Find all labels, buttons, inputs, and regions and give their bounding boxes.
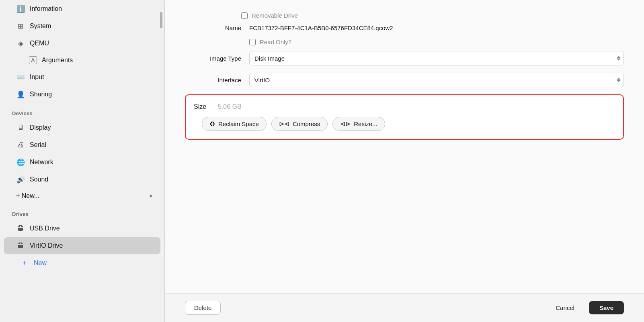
resize-button[interactable]: ⊲⊳ Resize... (332, 117, 385, 131)
sidebar-item-input[interactable]: ⌨️ Input (4, 69, 160, 86)
new-drive-icon: + (20, 259, 29, 267)
read-only-label: Read Only? (260, 39, 291, 45)
new-drive-label: New (34, 259, 47, 267)
read-only-row: Read Only? (249, 39, 624, 45)
input-icon: ⌨️ (16, 73, 25, 82)
sidebar-item-information[interactable]: ℹ️ Information (4, 0, 160, 17)
main-panel: Removable Drive Name FCB17372-BFF7-4C1A-… (165, 0, 644, 322)
image-type-label: Image Type (185, 55, 241, 62)
save-button[interactable]: Save (589, 301, 624, 314)
sidebar-item-display[interactable]: 🖥 Display (4, 119, 160, 136)
sidebar: ℹ️ Information ⊞ System ◈ QEMU A Argumen… (0, 0, 165, 322)
sidebar-item-serial-label: Serial (30, 141, 46, 149)
reclaim-label: Reclaim Space (218, 120, 259, 127)
size-label: Size (194, 103, 218, 110)
sidebar-item-sound[interactable]: 🔊 Sound (4, 171, 160, 188)
new-device-left: + New... (16, 192, 39, 200)
compress-label: Compress (293, 120, 320, 127)
sidebar-item-usb-drive-label: USB Drive (30, 225, 60, 232)
usb-drive-icon (16, 224, 25, 233)
name-row: Name FCB17372-BFF7-4C1A-B5B0-6576FD34CE8… (185, 24, 624, 31)
sidebar-item-information-label: Information (30, 5, 62, 12)
devices-header: Devices (0, 103, 164, 119)
interface-label: Interface (185, 77, 241, 84)
qemu-icon: ◈ (16, 39, 25, 48)
action-buttons-group: ♻ Reclaim Space ⊳⊲ Compress ⊲⊳ Resize... (202, 117, 611, 131)
information-icon: ℹ️ (16, 4, 25, 13)
sidebar-item-virtio-drive[interactable]: VirtIO Drive (4, 237, 160, 254)
sidebar-item-input-label: Input (30, 73, 44, 81)
sharing-icon: 👤 (16, 90, 25, 99)
drives-header: Drives (0, 204, 164, 220)
interface-select-wrapper: VirtIO (249, 73, 624, 87)
compress-button[interactable]: ⊳⊲ Compress (271, 117, 328, 131)
name-value: FCB17372-BFF7-4C1A-B5B0-6576FD34CE84.qco… (249, 24, 393, 31)
removable-drive-label: Removable Drive (252, 12, 298, 19)
network-icon: 🌐 (16, 158, 25, 167)
sidebar-item-arguments-label: Arguments (42, 57, 73, 64)
right-buttons-group: Cancel Save (547, 301, 624, 314)
image-type-row: Image Type Disk Image (185, 51, 624, 65)
cancel-button[interactable]: Cancel (547, 301, 583, 314)
image-type-select-wrapper: Disk Image (249, 51, 624, 65)
sidebar-item-sharing[interactable]: 👤 Sharing (4, 86, 160, 103)
size-section: Size 5.06 GB ♻ Reclaim Space ⊳⊲ Compress… (185, 94, 624, 140)
sidebar-item-network[interactable]: 🌐 Network (4, 154, 160, 171)
interface-select[interactable]: VirtIO (249, 73, 624, 87)
new-device-button[interactable]: + New... ▾ (4, 188, 160, 204)
interface-row: Interface VirtIO (185, 73, 624, 87)
removable-drive-checkbox[interactable] (241, 12, 248, 19)
sidebar-item-sharing-label: Sharing (30, 91, 52, 98)
sidebar-item-display-label: Display (30, 124, 51, 131)
reclaim-icon: ♻ (209, 120, 215, 128)
chevron-down-icon: ▾ (150, 193, 152, 199)
size-value: 5.06 GB (218, 103, 242, 110)
sidebar-item-usb-drive[interactable]: USB Drive (4, 220, 160, 237)
name-field-label: Name (185, 24, 241, 31)
sound-icon: 🔊 (16, 175, 25, 184)
sidebar-item-qemu[interactable]: ◈ QEMU (4, 35, 160, 52)
sidebar-item-sound-label: Sound (30, 176, 48, 183)
display-icon: 🖥 (16, 123, 25, 132)
serial-icon: 🖨 (16, 141, 25, 149)
sidebar-item-system[interactable]: ⊞ System (4, 18, 160, 35)
new-device-label: + New... (16, 192, 39, 200)
compress-icon: ⊳⊲ (279, 120, 289, 128)
arguments-icon: A (29, 56, 37, 64)
scrollbar-thumb[interactable] (160, 12, 162, 28)
image-type-select[interactable]: Disk Image (249, 51, 624, 65)
main-content-area: Removable Drive Name FCB17372-BFF7-4C1A-… (165, 0, 644, 293)
resize-icon: ⊲⊳ (340, 120, 351, 128)
sidebar-item-arguments[interactable]: A Arguments (4, 52, 160, 68)
virtio-drive-icon (16, 241, 25, 250)
sidebar-item-network-label: Network (30, 159, 53, 166)
size-row: Size 5.06 GB (194, 103, 611, 110)
sidebar-item-serial[interactable]: 🖨 Serial (4, 137, 160, 153)
sidebar-item-qemu-label: QEMU (30, 40, 49, 47)
sidebar-item-virtio-drive-label: VirtIO Drive (30, 242, 63, 249)
delete-button[interactable]: Delete (185, 301, 221, 315)
system-icon: ⊞ (16, 22, 25, 31)
new-drive-item[interactable]: + New (4, 255, 160, 271)
read-only-checkbox[interactable] (249, 39, 256, 45)
sidebar-item-system-label: System (30, 22, 51, 30)
removable-drive-row: Removable Drive (241, 12, 624, 19)
reclaim-space-button[interactable]: ♻ Reclaim Space (202, 117, 267, 131)
scrollbar-track[interactable] (160, 0, 162, 322)
resize-label: Resize... (354, 120, 377, 127)
sidebar-scroll: ℹ️ Information ⊞ System ◈ QEMU A Argumen… (0, 0, 164, 322)
bottom-toolbar: Delete Cancel Save (165, 293, 644, 322)
